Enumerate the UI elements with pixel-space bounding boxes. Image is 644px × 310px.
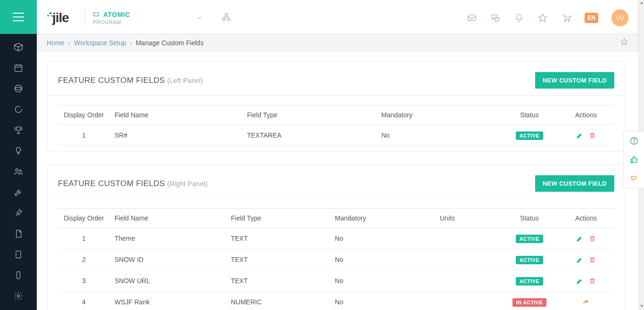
cell-status: ACTIVE bbox=[501, 125, 558, 146]
panel-subtitle: (Right Panel) bbox=[167, 180, 208, 188]
col-field-type: Field Type bbox=[242, 106, 377, 125]
cell-units bbox=[435, 228, 501, 249]
cell-mandatory: No bbox=[330, 228, 435, 249]
cell-actions bbox=[558, 292, 614, 310]
favorite-star-icon[interactable] bbox=[620, 38, 628, 48]
chat-icon[interactable] bbox=[490, 13, 501, 23]
hierarchy-icon[interactable] bbox=[222, 12, 231, 23]
edit-icon[interactable] bbox=[576, 256, 583, 263]
bell-icon[interactable] bbox=[514, 13, 524, 23]
help-icon[interactable] bbox=[624, 131, 644, 150]
phone-icon[interactable] bbox=[8, 265, 29, 286]
cell-actions bbox=[558, 270, 614, 292]
panel-left: FEATURE CUSTOM FIELDS (Left Panel) NEW C… bbox=[47, 61, 625, 151]
breadcrumb-workspace[interactable]: Workspace Setup bbox=[74, 39, 126, 47]
loop-icon[interactable] bbox=[8, 99, 29, 120]
restore-icon[interactable] bbox=[582, 298, 590, 306]
pin-icon[interactable] bbox=[8, 203, 29, 223]
inbox-icon[interactable] bbox=[467, 13, 477, 23]
delete-icon[interactable] bbox=[589, 132, 596, 139]
svg-point-35 bbox=[634, 143, 634, 143]
cart-icon[interactable] bbox=[561, 13, 571, 23]
new-custom-field-button[interactable]: NEW CUSTOM FIELD bbox=[535, 175, 614, 192]
cell-mandatory: No bbox=[377, 125, 501, 146]
user-avatar[interactable]: UV bbox=[611, 9, 628, 26]
logo[interactable]: jile bbox=[47, 10, 69, 25]
people-icon[interactable] bbox=[8, 161, 29, 182]
tablet-icon[interactable] bbox=[8, 244, 29, 265]
table-row: 2SNOW IDTEXTNoACTIVE bbox=[58, 249, 614, 270]
status-badge-active: ACTIVE bbox=[516, 131, 543, 140]
cell-name: SR# bbox=[110, 125, 242, 146]
col-display-order: Display Order bbox=[58, 209, 110, 228]
breadcrumb-home[interactable]: Home bbox=[47, 39, 64, 47]
divider bbox=[85, 8, 85, 27]
panel-right: FEATURE CUSTOM FIELDS (Right Panel) NEW … bbox=[47, 164, 625, 310]
project-selector[interactable]: ATOMIC PROGRAM bbox=[93, 11, 130, 25]
cell-order: 4 bbox=[58, 292, 110, 310]
delete-icon[interactable] bbox=[589, 256, 596, 263]
col-field-name: Field Name bbox=[110, 209, 226, 228]
project-dropdown-caret[interactable] bbox=[196, 15, 203, 21]
cell-actions bbox=[558, 249, 614, 270]
project-type: PROGRAM bbox=[93, 19, 130, 25]
left-table: Display Order Field Name Field Type Mand… bbox=[58, 105, 614, 146]
cell-actions bbox=[558, 228, 614, 249]
calendar-icon[interactable] bbox=[8, 57, 29, 78]
star-icon[interactable] bbox=[537, 13, 548, 23]
table-row: 4WSJF RankNUMERICNoIN ACTIVE bbox=[58, 292, 614, 310]
svg-point-13 bbox=[19, 170, 21, 171]
edit-icon[interactable] bbox=[576, 277, 583, 285]
delete-icon[interactable] bbox=[589, 235, 596, 242]
edit-icon[interactable] bbox=[576, 132, 583, 139]
logo-text: jile bbox=[52, 10, 69, 25]
svg-rect-25 bbox=[227, 18, 230, 20]
cell-units bbox=[435, 292, 501, 310]
cell-order: 1 bbox=[58, 125, 110, 146]
gear-icon[interactable] bbox=[8, 286, 29, 306]
panel-title-text: FEATURE CUSTOM FIELDS bbox=[58, 179, 165, 188]
col-status: Status bbox=[501, 106, 558, 125]
wrench-icon[interactable] bbox=[8, 182, 29, 203]
signpost-icon[interactable] bbox=[624, 169, 644, 188]
panel-title-text: FEATURE CUSTOM FIELDS bbox=[58, 76, 165, 85]
cell-order: 2 bbox=[58, 249, 110, 270]
new-custom-field-button[interactable]: NEW CUSTOM FIELD bbox=[535, 72, 614, 89]
cell-units bbox=[435, 249, 501, 270]
ball-icon[interactable] bbox=[8, 78, 29, 99]
cell-type: TEXT bbox=[226, 270, 330, 292]
thumbs-up-icon[interactable] bbox=[624, 150, 644, 169]
svg-point-18 bbox=[17, 295, 20, 297]
col-mandatory: Mandatory bbox=[330, 209, 435, 228]
svg-point-12 bbox=[16, 169, 18, 171]
trophy-icon[interactable] bbox=[8, 120, 29, 140]
top-header: jile ATOMIC PROGRAM EN UV bbox=[37, 2, 638, 34]
status-badge-active: ACTIVE bbox=[516, 235, 543, 243]
svg-rect-22 bbox=[94, 12, 99, 16]
panel-subtitle: (Left Panel) bbox=[167, 77, 203, 84]
cell-status: ACTIVE bbox=[501, 228, 558, 249]
delete-icon[interactable] bbox=[589, 277, 596, 285]
bulb-icon[interactable] bbox=[8, 140, 29, 161]
svg-rect-24 bbox=[223, 18, 225, 20]
panel-left-title: FEATURE CUSTOM FIELDS (Left Panel) bbox=[58, 76, 203, 85]
cell-name: SNOW ID bbox=[110, 249, 226, 270]
svg-point-20 bbox=[50, 12, 51, 14]
doc-icon[interactable] bbox=[8, 223, 29, 244]
cell-status: IN ACTIVE bbox=[501, 292, 558, 310]
status-badge-inactive: IN ACTIVE bbox=[512, 298, 547, 307]
language-badge[interactable]: EN bbox=[585, 13, 598, 23]
svg-marker-0 bbox=[640, 2, 643, 4]
cube-icon[interactable] bbox=[8, 37, 29, 57]
cell-mandatory: No bbox=[330, 270, 435, 292]
edit-icon[interactable] bbox=[576, 235, 583, 242]
table-row: 1ThemeTEXTNoACTIVE bbox=[58, 228, 614, 249]
col-field-name: Field Name bbox=[110, 106, 242, 125]
svg-marker-5 bbox=[15, 43, 23, 47]
status-badge-active: ACTIVE bbox=[516, 256, 543, 264]
menu-toggle[interactable] bbox=[0, 0, 37, 34]
chevron-right-icon: › bbox=[130, 39, 132, 47]
chevron-right-icon: › bbox=[68, 39, 70, 47]
col-status: Status bbox=[501, 209, 558, 228]
svg-rect-16 bbox=[17, 272, 20, 279]
